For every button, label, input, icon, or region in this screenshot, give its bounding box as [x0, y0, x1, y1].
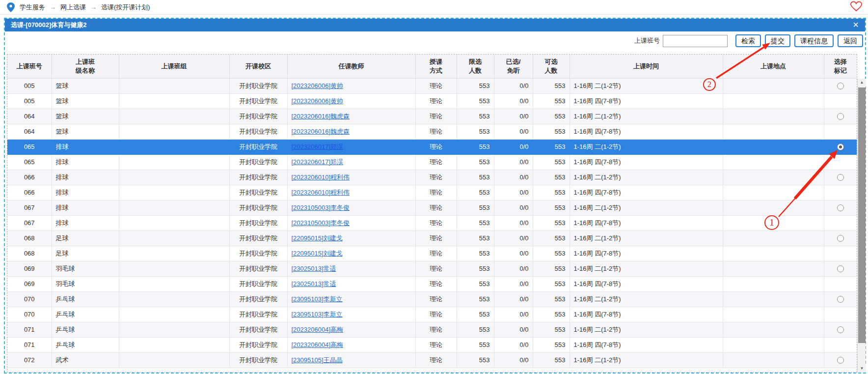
column-header: 选择 标记	[824, 55, 857, 78]
table-row[interactable]: 005篮球开封职业学院[2023206006]黄帅理论5530/05531-16…	[7, 78, 857, 93]
teacher-link[interactable]: [2023206006]黄帅	[292, 82, 344, 89]
table-row[interactable]: 071乒乓球开封职业学院[2023206004]高梅理论5530/05531-1…	[7, 322, 857, 337]
table-row[interactable]: 005篮球开封职业学院[2023206006]黄帅理论5530/05531-16…	[7, 93, 857, 109]
teacher-link[interactable]: [2023105003]李冬俊	[292, 219, 350, 227]
teacher-link[interactable]: [2023206016]魏虎森	[292, 113, 350, 120]
teacher-link[interactable]: [2023206010]程利伟	[292, 189, 350, 196]
teacher-link[interactable]: [23095105]王晶晶	[292, 356, 343, 364]
scroll-down-icon[interactable]: ▼	[858, 365, 866, 373]
cell-class_no: 066	[7, 185, 52, 200]
teacher-link[interactable]: [2023206017]郑淏	[292, 158, 344, 166]
scrollbar-thumb[interactable]	[858, 87, 866, 343]
cell-radio	[824, 276, 857, 291]
breadcrumb-item-student-services[interactable]: 学生服务	[20, 3, 45, 12]
cell-class_no: 069	[7, 261, 52, 276]
cell-teacher: [2023105003]李冬俊	[287, 215, 415, 230]
cell-teacher: [2023206010]程利伟	[287, 185, 415, 200]
cell-limit: 553	[457, 154, 494, 170]
breadcrumb-item-select-by-plan[interactable]: 选课(按开课计划)	[101, 3, 150, 12]
teacher-link[interactable]: [2023206016]魏虎森	[292, 128, 350, 135]
teacher-link[interactable]: [2023206004]高梅	[292, 341, 344, 348]
cell-mode: 理论	[415, 215, 457, 230]
table-row[interactable]: 067排球开封职业学院[2023105003]李冬俊理论5530/05531-1…	[7, 215, 857, 230]
cell-available: 553	[533, 185, 570, 200]
teacher-link[interactable]: [2023206006]黄帅	[292, 97, 344, 105]
teacher-link[interactable]: [23095103]李新立	[292, 311, 343, 318]
cell-location	[723, 230, 824, 246]
cell-class_no: 068	[7, 230, 52, 246]
cell-radio	[824, 352, 857, 368]
scroll-up-icon[interactable]: ▲	[858, 79, 866, 86]
class-no-input[interactable]	[663, 35, 728, 47]
table-row[interactable]: 069羽毛球开封职业学院[23025013]常适理论5530/05531-16周…	[7, 261, 857, 276]
teacher-link[interactable]: [23025013]常适	[292, 280, 336, 288]
select-radio[interactable]	[837, 265, 844, 272]
cell-campus: 开封职业学院	[229, 246, 287, 261]
breadcrumb-item-online-course-selection[interactable]: 网上选课	[60, 3, 86, 12]
table-row[interactable]: 068足球开封职业学院[22095015]刘建戈理论5530/05531-16周…	[7, 246, 857, 261]
table-row[interactable]: 070乒乓球开封职业学院[23095103]李新立理论5530/05531-16…	[7, 291, 857, 307]
cell-class_name: 足球	[52, 230, 119, 246]
cell-campus: 开封职业学院	[229, 185, 287, 200]
cell-teacher: [2023206016]魏虎森	[287, 109, 415, 124]
column-header: 上课班号	[7, 55, 52, 78]
cell-teacher: [2023206017]郑淏	[287, 154, 415, 170]
cell-class_name: 乒乓球	[52, 322, 119, 337]
cell-campus: 开封职业学院	[229, 93, 287, 109]
cell-limit: 553	[457, 261, 494, 276]
cell-class_name: 篮球	[52, 78, 119, 93]
select-radio[interactable]	[837, 113, 844, 120]
table-row[interactable]: 072武术开封职业学院[23095105]王晶晶理论5530/05531-16周…	[7, 352, 857, 368]
select-radio[interactable]	[837, 144, 844, 150]
table-row[interactable]: 067排球开封职业学院[2023105003]李冬俊理论5530/05531-1…	[7, 200, 857, 215]
teacher-link[interactable]: [22095015]刘建戈	[292, 250, 343, 257]
submit-button[interactable]: 提交	[765, 34, 790, 47]
search-button[interactable]: 检索	[735, 34, 761, 47]
cell-available: 553	[533, 109, 570, 124]
cell-class_name: 排球	[52, 185, 119, 200]
select-radio[interactable]	[837, 174, 844, 181]
select-radio[interactable]	[837, 326, 844, 333]
vertical-scrollbar[interactable]: ▲ ▼	[857, 79, 866, 373]
cell-class_group	[119, 246, 229, 261]
table-row[interactable]: 065排球开封职业学院[2023206017]郑淏理论5530/05531-16…	[7, 139, 857, 154]
close-icon[interactable]: ×	[850, 19, 861, 31]
teacher-link[interactable]: [23095103]李新立	[292, 295, 343, 303]
favorite-heart-icon[interactable]	[850, 1, 863, 12]
teacher-link[interactable]: [2023206017]郑淏	[292, 143, 344, 150]
table-row[interactable]: 066排球开封职业学院[2023206010]程利伟理论5530/05531-1…	[7, 185, 857, 200]
table-row[interactable]: 068足球开封职业学院[22095015]刘建戈理论5530/05531-16周…	[7, 230, 857, 246]
table-row[interactable]: 071乒乓球开封职业学院[2023206004]高梅理论5530/05531-1…	[7, 337, 857, 352]
cell-class_no: 069	[7, 276, 52, 291]
select-radio[interactable]	[837, 357, 844, 364]
select-radio[interactable]	[837, 235, 844, 242]
table-row[interactable]: 065排球开封职业学院[2023206017]郑淏理论5530/05531-16…	[7, 154, 857, 170]
select-radio[interactable]	[837, 83, 844, 89]
cell-chosen: 0/0	[494, 124, 533, 139]
cell-available: 553	[533, 139, 570, 154]
course-info-button[interactable]: 课程信息	[794, 34, 834, 47]
teacher-link[interactable]: [23025013]常适	[292, 265, 336, 272]
cell-chosen: 0/0	[494, 93, 533, 109]
table-row[interactable]: 066排球开封职业学院[2023206010]程利伟理论5530/05531-1…	[7, 170, 857, 185]
table-row[interactable]: 069羽毛球开封职业学院[23025013]常适理论5530/05531-16周…	[7, 276, 857, 291]
select-radio[interactable]	[837, 204, 844, 211]
teacher-link[interactable]: [2023206010]程利伟	[292, 173, 350, 181]
cell-class_group	[119, 78, 229, 93]
cell-mode: 理论	[415, 78, 457, 93]
column-header: 限选 人数	[457, 55, 494, 78]
cell-radio	[824, 78, 857, 93]
cell-class_no: 071	[7, 322, 52, 337]
teacher-link[interactable]: [2023105003]李冬俊	[292, 204, 350, 211]
table-row[interactable]: 064篮球开封职业学院[2023206016]魏虎森理论5530/05531-1…	[7, 109, 857, 124]
cell-mode: 理论	[415, 124, 457, 139]
teacher-link[interactable]: [22095015]刘建戈	[292, 234, 343, 242]
cell-radio	[824, 200, 857, 215]
cell-limit: 553	[457, 93, 494, 109]
back-button[interactable]: 返回	[838, 34, 863, 47]
table-row[interactable]: 070乒乓球开封职业学院[23095103]李新立理论5530/05531-16…	[7, 307, 857, 322]
table-row[interactable]: 064篮球开封职业学院[2023206016]魏虎森理论5530/05531-1…	[7, 124, 857, 139]
select-radio[interactable]	[837, 296, 844, 303]
cell-available: 553	[533, 78, 570, 93]
teacher-link[interactable]: [2023206004]高梅	[292, 326, 344, 333]
